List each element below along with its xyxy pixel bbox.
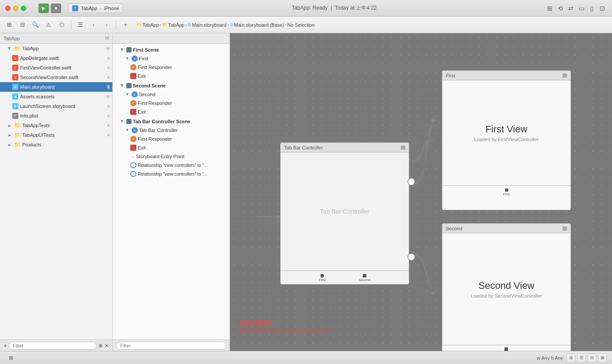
tbc-vc-item[interactable]: ▶ V Tab Bar Controller [113,126,230,135]
first-fr-label: First Responder [138,65,172,70]
minimize-button[interactable] [13,6,18,11]
sidebar-item-infoplist[interactable]: P Info.plist A [0,111,112,121]
tbc-frame[interactable]: Tab Bar Controller Tab Bar Controller Fi… [280,142,409,284]
sidebar-item-products[interactable]: ▶ 📁 Products [0,140,112,149]
tab-item-second: Second [358,274,370,282]
maximize-button[interactable] [21,6,26,11]
storyboard-toggle[interactable]: ⊞ [5,353,17,363]
breadcrumb-tabapp2[interactable]: 📁 TabApp [162,22,184,28]
tbc-rel2-label: Relationship "view controllers" to "... [138,172,208,177]
outline-section-tbc: ▶ Tab Bar Controller Scene ▶ V Tab Bar C… [113,117,230,178]
second-exit-icon: → [130,109,136,115]
jump-bar-toggle[interactable]: ⊟ [17,20,28,30]
tbc-frame-header: Tab Bar Controller [281,143,409,153]
watermark: 张置 博客园 http://www.cnblogs.com/LonelyShad… [239,319,330,333]
breadcrumb-mainstoryboard[interactable]: ⊞ Main.storyboard [188,22,226,28]
disclosure-tests: ▶ [7,123,12,128]
second-view-frame[interactable]: Second Second View Loaded by SecondViewC… [442,223,571,351]
swift-icon-firstvc: S [12,65,18,71]
run-button[interactable]: ▶ [38,3,49,13]
titlebar: ▶ ■ T TabApp › iPhone TabApp: Ready | To… [0,0,612,17]
breadcrumb-tabapp1[interactable]: 📁 TabApp [136,22,159,28]
first-scene-label: First Scene [133,47,159,52]
tbc-ep-item[interactable]: → Storyboard Entry Point [113,152,230,161]
outline-filter-input[interactable] [116,342,226,350]
second-exit-item[interactable]: → Exit [113,107,230,116]
first-fr-item[interactable]: F First Responder [113,63,230,72]
size-btn-pin[interactable]: ⊟ [588,354,596,362]
size-btn-grid[interactable]: ⊞ [567,354,575,362]
canvas-area[interactable]: → Tab Bar Controller Tab Bar Controller … [230,33,612,351]
second-view-body: Second View Loaded by SecondViewControll… [442,233,570,345]
breadcrumb-nosel[interactable]: No Selection [287,22,314,28]
second-scene-header[interactable]: ▶ Second Scene [113,81,230,90]
second-view-minimize[interactable] [563,226,567,231]
issue-btn[interactable]: ⚠ [43,20,54,30]
nav-icon[interactable]: ⟲ [556,4,565,13]
navigator-toggle[interactable]: ⊞ [3,20,15,30]
disc-second: ▶ [120,83,125,88]
sep2 [116,21,116,29]
badge-uitests: A [107,133,110,137]
first-exit-label: Exit [138,73,146,79]
first-exit-item[interactable]: → Exit [113,72,230,80]
first-vc-item[interactable]: ▶ V First [113,54,230,63]
add-icon[interactable]: + [3,342,7,349]
first-view-frame[interactable]: First First View Loaded by FirstViewCont… [442,70,571,210]
sidebar-filter-input[interactable] [9,342,97,350]
close-button[interactable] [5,6,10,11]
sep1 [71,21,71,29]
second-scene-label: Second Scene [133,83,166,88]
tbc-minimize[interactable] [401,146,405,150]
sidebar-item-tabapp-root[interactable]: ▶ 📁 TabApp M [0,44,112,53]
panel-toggle[interactable]: ▭ [577,4,586,13]
add-btn[interactable]: + [120,20,131,30]
stop-button[interactable]: ■ [51,3,61,13]
scheme-selector[interactable]: T TabApp › iPhone [68,3,123,13]
inspector-toggle[interactable]: ⊡ [598,4,607,13]
breadcrumb-base[interactable]: ⊞ Main.storyboard (Base) [230,22,284,28]
layout-icon[interactable]: ⊞ [546,4,554,13]
sidebar-item-uitests[interactable]: ▶ 📁 TabAppUITests A [0,130,112,140]
tbc-rel2-item[interactable]: ○ Relationship "view controllers" to "..… [113,170,230,178]
filter-options-icon[interactable]: ⊕ [98,343,103,349]
sidebar-item-mainstoryboard[interactable]: ⊞ Main.storyboard A [0,82,112,92]
size-controls: ⊞ ☰ ⊟ ⊠ [567,354,607,362]
disc-first-vc: ▶ [125,56,130,61]
sidebar-item-tapptests[interactable]: ▶ 📁 TabAppTests A [0,121,112,130]
badge-secondvc: A [107,75,110,80]
outline-footer [113,340,230,351]
breadcrumb-label-nosel: No Selection [287,22,314,28]
first-scene-header[interactable]: ▶ First Scene [113,45,230,54]
outline-header [113,33,230,44]
filter-clear-icon[interactable]: ✕ [104,343,109,349]
size-btn-list[interactable]: ☰ [577,354,586,362]
size-btn-ref[interactable]: ⊠ [598,354,607,362]
first-view-heading: First View [485,124,527,135]
sidebar-toggle[interactable]: ▯ [588,4,596,13]
tbc-rel1-item[interactable]: ○ Relationship "view controllers" to "..… [113,161,230,170]
forward-nav[interactable]: › [101,20,112,30]
disc-second-vc: ▶ [125,92,130,97]
second-fr-item[interactable]: F First Responder [113,99,230,107]
tab-item-first: First [319,274,326,282]
breakpoint-btn[interactable]: ⬡ [56,20,67,30]
tbc-fr-item[interactable]: F First Responder [113,135,230,143]
tab-dot-first [320,274,324,277]
back-icon[interactable]: ⇄ [567,4,575,13]
app-icon: T [72,5,78,11]
sidebar-item-appdelegate[interactable]: S AppDelegate.swift A [0,53,112,63]
storyboard-icon-launch: ⊞ [12,103,18,109]
first-view-minimize[interactable] [563,73,567,78]
sidebar-item-firstvc[interactable]: S FirstViewController.swift A [0,63,112,73]
tbc-exit-item[interactable]: → Exit [113,143,230,152]
tbc-scene-header[interactable]: ▶ Tab Bar Controller Scene [113,117,230,126]
search-btn[interactable]: 🔍 [30,20,41,30]
second-vc-item[interactable]: ▶ V Second [113,90,230,99]
sidebar-item-assets[interactable]: ◈ Assets.xcassets M [0,92,112,101]
sidebar-item-secondvc[interactable]: S SecondViewController.swift A [0,73,112,82]
sidebar-item-launchscreen[interactable]: ⊞ LaunchScreen.storyboard A [0,101,112,111]
back-nav[interactable]: ‹ [88,20,99,30]
list-view-btn[interactable]: ☰ [75,20,86,30]
folder-icon-products: 📁 [14,142,21,148]
